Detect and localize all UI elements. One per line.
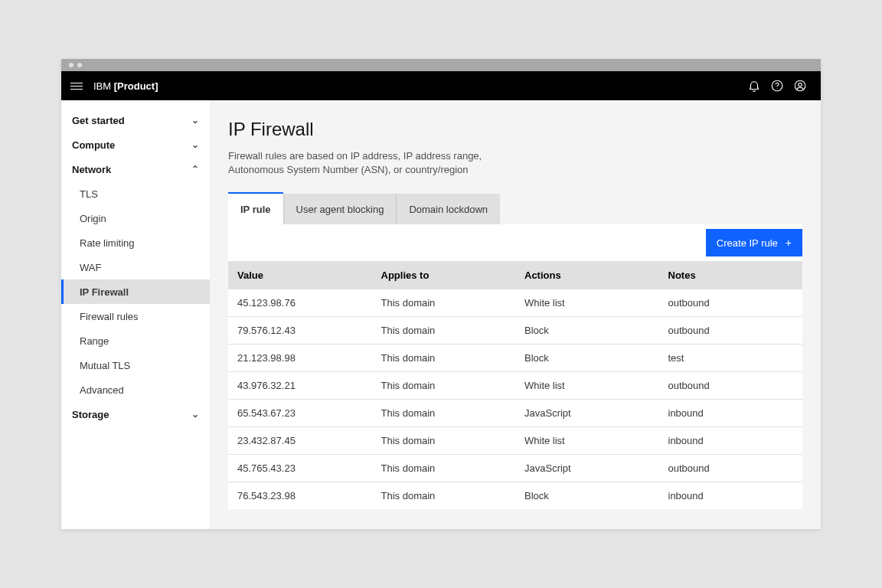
tab-domain-lockdown[interactable]: Domain lockdown xyxy=(397,194,500,224)
sidebar-item-label: Advanced xyxy=(80,384,124,396)
column-header-applies-to: Applies to xyxy=(372,261,516,289)
sidebar-item-tls[interactable]: TLS xyxy=(61,181,210,206)
cell-applies: This domain xyxy=(372,454,516,482)
sidebar-section-label: Get started xyxy=(72,115,125,126)
cell-value: 45.123.98.76 xyxy=(228,289,372,316)
sidebar-section-label: Storage xyxy=(72,409,109,420)
create-button-label: Create IP rule xyxy=(717,237,778,249)
cell-action: White list xyxy=(515,371,659,399)
main-content: IP Firewall Firewall rules are based on … xyxy=(210,100,821,529)
chevron-down-icon: ⌄ xyxy=(191,115,199,126)
help-icon[interactable] xyxy=(766,79,789,93)
brand-prefix: IBM xyxy=(93,80,114,92)
chevron-up-icon: ⌃ xyxy=(191,164,199,175)
notifications-icon[interactable] xyxy=(743,79,766,93)
window-dot xyxy=(69,63,74,67)
sidebar-item-label: TLS xyxy=(80,188,98,200)
column-header-value: Value xyxy=(228,261,372,289)
cell-action: Block xyxy=(515,316,659,344)
global-header: IBM [Product] xyxy=(61,71,821,100)
table-row[interactable]: 43.976.32.21This domainWhite listoutboun… xyxy=(228,371,802,399)
sidebar-item-label: Origin xyxy=(80,213,106,224)
sidebar-item-waf[interactable]: WAF xyxy=(61,255,210,279)
ip-rules-table: ValueApplies toActionsNotes 45.123.98.76… xyxy=(228,261,802,509)
page-description: Firewall rules are based on IP address, … xyxy=(228,149,504,177)
sidebar-item-origin[interactable]: Origin xyxy=(61,206,210,230)
cell-action: Block xyxy=(515,344,659,371)
tab-list: IP ruleUser agent blockingDomain lockdow… xyxy=(228,194,802,224)
table-row[interactable]: 21.123.98.98This domainBlocktest xyxy=(228,344,802,371)
table-row[interactable]: 45.123.98.76This domainWhite listoutboun… xyxy=(228,289,802,316)
cell-applies: This domain xyxy=(372,316,516,344)
table-row[interactable]: 23.432.87.45This domainWhite listinbound xyxy=(228,426,802,454)
create-ip-rule-button[interactable]: Create IP rule + xyxy=(706,229,802,256)
chevron-down-icon: ⌄ xyxy=(191,139,199,150)
brand-product: [Product] xyxy=(114,80,158,92)
chevron-down-icon: ⌄ xyxy=(191,409,199,420)
sidebar-item-rate-limiting[interactable]: Rate limiting xyxy=(61,230,210,255)
sidebar-section-compute[interactable]: Compute⌄ xyxy=(61,132,210,157)
tab-user-agent-blocking[interactable]: User agent blocking xyxy=(284,194,397,224)
cell-action: JavaScript xyxy=(515,454,659,482)
cell-notes: inbound xyxy=(659,482,803,509)
cell-action: White list xyxy=(515,426,659,454)
plus-icon: + xyxy=(786,237,792,249)
sidebar-item-ip-firewall[interactable]: IP Firewall xyxy=(61,279,210,304)
svg-point-1 xyxy=(777,88,778,89)
table-row[interactable]: 45.765.43.23This domainJavaScriptoutboun… xyxy=(228,454,802,482)
cell-action: JavaScript xyxy=(515,399,659,426)
app-window: IBM [Product] Get started⌄Compute⌄Networ… xyxy=(61,59,821,529)
cell-applies: This domain xyxy=(372,399,516,426)
tab-label: IP rule xyxy=(240,204,271,215)
cell-value: 65.543.67.23 xyxy=(228,399,372,426)
cell-notes: inbound xyxy=(659,399,803,426)
cell-value: 21.123.98.98 xyxy=(228,344,372,371)
cell-applies: This domain xyxy=(372,482,516,509)
sidebar-item-label: Range xyxy=(80,335,109,347)
sidebar-item-label: Mutual TLS xyxy=(80,360,130,371)
page-title: IP Firewall xyxy=(228,119,802,140)
sidebar-item-label: Firewall rules xyxy=(80,311,139,322)
sidebar-section-label: Compute xyxy=(72,139,115,151)
cell-action: White list xyxy=(515,289,659,316)
cell-value: 79.576.12.43 xyxy=(228,316,372,344)
cell-notes: outbound xyxy=(659,316,803,344)
table-row[interactable]: 65.543.67.23This domainJavaScriptinbound xyxy=(228,399,802,426)
tab-label: User agent blocking xyxy=(296,204,384,215)
column-header-actions: Actions xyxy=(515,261,659,289)
menu-icon[interactable] xyxy=(70,83,83,90)
sidebar-item-firewall-rules[interactable]: Firewall rules xyxy=(61,304,210,328)
user-avatar-icon[interactable] xyxy=(789,79,812,93)
sidebar-item-mutual-tls[interactable]: Mutual TLS xyxy=(61,353,210,377)
cell-value: 43.976.32.21 xyxy=(228,371,372,399)
cell-notes: outbound xyxy=(659,371,803,399)
sidebar-item-advanced[interactable]: Advanced xyxy=(61,377,210,402)
cell-action: Block xyxy=(515,482,659,509)
sidebar-item-range[interactable]: Range xyxy=(61,328,210,353)
window-titlebar xyxy=(61,59,821,71)
cell-applies: This domain xyxy=(372,289,516,316)
cell-notes: inbound xyxy=(659,426,803,454)
table-row[interactable]: 76.543.23.98This domainBlockinbound xyxy=(228,482,802,509)
sidebar-nav: Get started⌄Compute⌄Network⌃TLSOriginRat… xyxy=(61,100,210,529)
table-toolbar: Create IP rule + xyxy=(228,224,802,261)
table-row[interactable]: 79.576.12.43This domainBlockoutbound xyxy=(228,316,802,344)
svg-point-3 xyxy=(799,83,802,87)
brand-label: IBM [Product] xyxy=(93,80,158,92)
column-header-notes: Notes xyxy=(659,261,803,289)
tab-ip-rule[interactable]: IP rule xyxy=(228,194,284,224)
cell-applies: This domain xyxy=(372,371,516,399)
tab-label: Domain lockdown xyxy=(409,204,488,215)
cell-applies: This domain xyxy=(372,344,516,371)
cell-applies: This domain xyxy=(372,426,516,454)
sidebar-section-label: Network xyxy=(72,164,111,175)
cell-notes: outbound xyxy=(659,454,803,482)
cell-value: 23.432.87.45 xyxy=(228,426,372,454)
sidebar-section-get-started[interactable]: Get started⌄ xyxy=(61,108,210,132)
cell-notes: test xyxy=(659,344,803,371)
sidebar-item-label: WAF xyxy=(80,262,101,273)
cell-value: 76.543.23.98 xyxy=(228,482,372,509)
sidebar-section-network[interactable]: Network⌃ xyxy=(61,157,210,181)
sidebar-section-storage[interactable]: Storage⌄ xyxy=(61,402,210,426)
sidebar-item-label: Rate limiting xyxy=(80,237,135,249)
